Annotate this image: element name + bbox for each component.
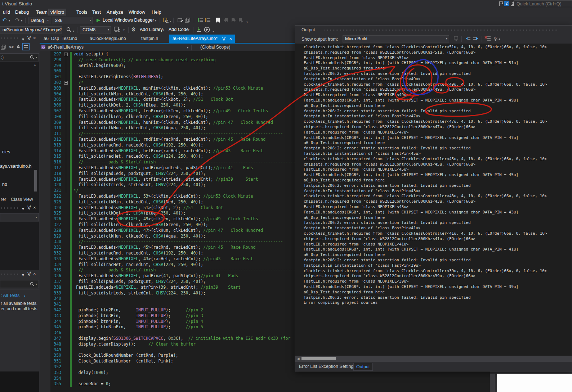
view-code-icon[interactable]: <> [9,45,14,49]
output-line[interactable]: FastLED.h:required from 'class NEOPIXEL<… [304,93,408,98]
output-line[interactable]: FastLED.h:addLeds(CRGB*, int, int) [with… [304,172,518,178]
panel1-pin-icon[interactable]: ⋁̸ [27,35,31,40]
output-line[interactable]: chipsets.h:required from 'class WS2812Co… [304,87,475,93]
board-search-icon[interactable] [66,27,72,33]
output-line[interactable]: Error compiling project sources [304,300,377,306]
output-line[interactable]: FastLED.h:addLeds(CRGB*, int, int) [with… [304,210,518,215]
collapse-all-icon[interactable] [1,45,6,50]
debug-target-dropdown-icon[interactable]: ▾ [155,19,156,22]
upload-icon[interactable] [196,27,202,33]
menu-item-help[interactable]: Help [149,9,164,15]
output-line[interactable]: fastpin.h:206:2: error: static assertion… [304,295,471,301]
menu-item-debug[interactable]: Debug [13,9,31,15]
solution-tree-item[interactable]: ays.vsarduino.h [0,164,32,169]
bottom-tab-exception-settings[interactable]: Exception Settings [316,363,358,370]
output-line[interactable]: fastpin.h:In instantiation of 'class Fas… [304,263,421,269]
output-line[interactable]: fastpin.h:206:2: error: static assertion… [304,183,471,189]
start-debug-icon[interactable]: ▶ [97,17,100,23]
tree-scrollbar[interactable] [34,170,37,192]
notification-badge[interactable]: 2 [504,1,509,6]
output-line[interactable]: fastpin.h:In instantiation of 'class Fas… [304,226,421,231]
menu-item-vmicro[interactable]: vMicro [48,9,66,15]
bottom-tab-output[interactable]: Output [353,363,373,371]
menu-item-test[interactable]: Test [90,9,103,15]
output-line[interactable]: FastLED.h:required from 'class NEOPIXEL<… [304,279,408,284]
properties-wrench-icon[interactable] [16,44,21,49]
output-line[interactable]: clockless_trinket.h:required from 'class… [304,194,547,199]
feedback-flag-icon[interactable] [499,1,504,6]
menu-item-analyze[interactable]: Analyze [104,9,125,15]
panel1-close-icon[interactable]: × [33,35,36,41]
vmicro-settings-gear-icon[interactable]: ⚙ [131,26,136,33]
solution-tree-item[interactable]: no [2,182,7,187]
dock-tab-class-view[interactable]: Class View [11,197,33,202]
tests-scope-dropdown[interactable]: : All Tests [1,293,20,298]
solution-search-box[interactable]: ;) ▾ [0,53,39,61]
redo-dropdown-icon[interactable]: ▾ [21,19,22,22]
redo-icon[interactable]: ↷ [15,17,20,23]
output-grip[interactable] [325,30,559,31]
show-whitespace-icon[interactable] [197,17,204,23]
code-line[interactable]: 355 sceneNbr = 0; [40,381,490,387]
panel3-menu-icon[interactable]: ▾ [22,273,24,277]
toolbar-overflow-icon[interactable]: ▾ [246,21,248,24]
copy-window-icon[interactable] [184,17,191,23]
clear-all-icon[interactable] [484,36,491,42]
board-search-dropdown-icon[interactable]: ▾ [73,30,74,33]
add-code-button[interactable]: Add Code [169,27,189,32]
output-line[interactable]: chipsets.h:required from 'class WS2812Co… [304,236,475,242]
quick-launch-input[interactable]: Quick Launch (Ctrl+Q) [514,0,572,7]
new-window-icon[interactable] [177,17,183,23]
vmicro-overflow-icon[interactable]: ▾ [213,30,214,33]
output-line[interactable]: FastLED.h:addLeds(CRGB*, int, int) [with… [304,60,518,66]
output-line[interactable]: chipsets.h:required from 'class WS2812Co… [304,162,475,167]
panel2-close-icon[interactable]: × [33,205,36,210]
platform-combo[interactable]: x86▾ [53,17,93,24]
panel2-menu-icon[interactable]: ▾ [22,207,24,211]
panel3-pin-icon[interactable]: ⋁̸ [27,271,31,276]
output-line[interactable]: FastLED.h:addLeds(CRGB*, int, int) [with… [304,135,518,141]
solution-tree[interactable]: ▾ ciesays.vsarduino.hno [0,62,39,218]
output-line[interactable]: chipsets.h:required from 'class WS2812Co… [304,125,475,130]
output-text-area[interactable]: clockless_trinket.h:required from 'class… [295,44,572,356]
fold-collapse-icon[interactable] [64,81,68,85]
find-in-files-icon[interactable] [163,17,169,23]
tab-fastpin-h[interactable]: fastpin.h [138,35,163,43]
scrollbar-thumb[interactable] [301,357,336,360]
tab-a6-dsp-test-ino[interactable]: a6_Dsp_Test.ino [40,35,80,43]
output-line[interactable]: fastpin.h:In instantiation of 'class Fas… [304,114,421,119]
word-wrap-icon[interactable]: ab [494,36,500,42]
tab-pin-icon[interactable]: ⋁̸ [222,35,225,43]
output-line[interactable]: fastpin.h:206:2: error: static assertion… [304,71,471,77]
tree-scroll-up-icon[interactable]: ▾ [34,63,36,66]
configuration-combo[interactable]: Debug▾ [28,17,50,24]
output-line[interactable]: a6_Dsp_Test.ino:required from here [304,140,385,146]
output-line[interactable]: fastpin.h:In instantiation of 'class Fas… [304,77,421,82]
output-line[interactable]: a6_Dsp_Test.ino:required from here [304,215,385,221]
output-line[interactable]: clockless_trinket.h:required from 'class… [304,269,547,274]
output-line[interactable]: clockless_trinket.h:required from 'class… [304,157,547,162]
solution-tree-item[interactable]: cies [2,149,10,154]
panel2-pin-icon[interactable]: ⋁̸ [27,205,31,210]
output-horizontal-scrollbar[interactable]: ◀ [295,356,572,362]
board-combo[interactable]: o/Genuino Mega w/ ATmega25▾ [0,26,62,33]
output-line[interactable]: chipsets.h:required from 'class WS2812Co… [304,199,475,204]
fold-collapse-icon[interactable] [64,53,68,56]
menu-item-tools[interactable]: Tools [74,9,89,15]
output-line[interactable]: FastLED.h:addLeds(CRGB*, int, int) [with… [304,247,518,252]
output-line[interactable]: a6_Dsp_Test.ino:required from here [304,103,385,109]
add-code-dropdown-icon[interactable]: ▾ [188,29,189,32]
add-library-dropdown-icon[interactable]: ▾ [163,29,164,32]
output-line[interactable]: a6_Dsp_Test.ino:required from here [304,178,385,183]
tests-scope-caret-icon[interactable]: ▾ [24,295,25,298]
menu-item-uild[interactable]: uild [1,9,12,15]
serial-monitor-icon[interactable] [114,27,120,33]
output-line[interactable]: FastLED.h:addLeds(CRGB*, int, int) [with… [304,98,518,103]
output-line[interactable]: fastpin.h:206:2: error: static assertion… [304,220,471,226]
scroll-left-arrow-icon[interactable]: ◀ [297,357,300,361]
output-line[interactable]: fastpin.h:206:2: error: static assertion… [304,109,471,114]
start-debug-button[interactable]: Local Windows Debugger [103,18,154,23]
output-line[interactable]: clockless_trinket.h:required from 'class… [304,45,547,50]
output-line[interactable]: FastLED.h:required from 'class NEOPIXEL<… [304,204,408,210]
prev-message-icon[interactable] [464,36,470,42]
